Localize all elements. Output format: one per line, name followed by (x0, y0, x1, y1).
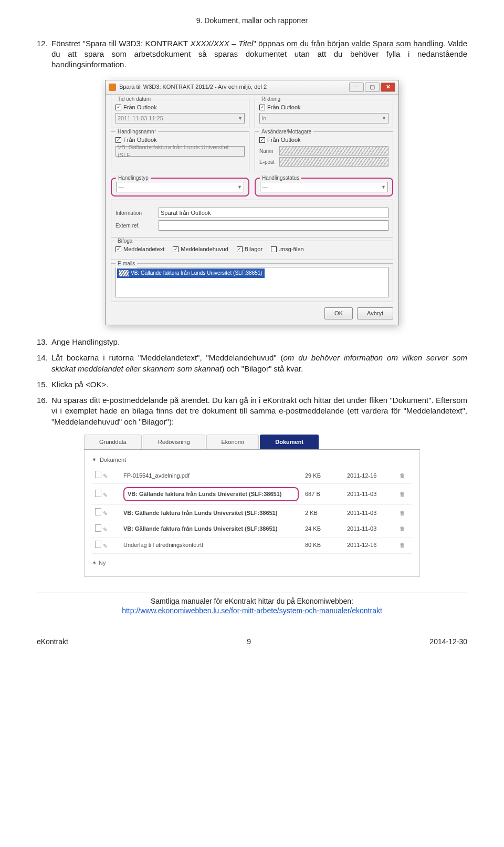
tab-dokument[interactable]: Dokument (260, 435, 319, 449)
footer-link[interactable]: http://www.ekonomiwebben.lu.se/for-mitt-… (122, 606, 382, 615)
app-icon (109, 84, 116, 91)
delete-icon[interactable]: 🗑 (400, 525, 405, 532)
tabs-screenshot: Grunddata Redovisning Ekonomi Dokument ▼… (84, 435, 420, 577)
avbryt-button[interactable]: Avbryt (357, 307, 393, 319)
group-emails: E-mails VB: Gällande faktura från Lunds … (111, 263, 393, 302)
highlighted-row: VB: Gällande faktura från Lunds Universi… (123, 487, 299, 501)
document-table: ✎FP-015541_avdelning.pdf29 KB2011-12-16🗑… (92, 468, 412, 553)
edit-icon: ✎ (103, 472, 108, 480)
input-extern-ref[interactable] (159, 220, 388, 231)
group-handlingsstatus: Handlingsstatus ---▼ (255, 178, 393, 197)
page-footer: eKontrakt 9 2014-12-30 (37, 637, 467, 647)
maximize-button[interactable]: ▢ (365, 82, 380, 92)
list-item-13: 13. Ange Handlingstyp. (37, 337, 467, 347)
checkbox-meddelandehuvud[interactable]: ✓Meddelandehuvud (173, 245, 228, 253)
list-item-14: 14. Låt bockarna i rutorna "Meddelandete… (37, 353, 467, 374)
input-datum[interactable]: 2011-11-03 11:25▼ (116, 113, 245, 123)
tab-grunddata[interactable]: Grunddata (84, 435, 142, 449)
footer-left: eKontrakt (37, 637, 68, 647)
list-item-15: 15. Klicka på <OK>. (37, 379, 467, 390)
delete-icon[interactable]: 🗑 (400, 491, 405, 497)
select-handlingstyp[interactable]: ---▼ (116, 182, 244, 192)
item-text: Fönstret "Spara till W3D3: KONTRAKT XXXX… (51, 38, 467, 70)
list-item-16: 16. Nu sparas ditt e-postmeddelande på ä… (37, 395, 467, 427)
hatched-icon (119, 270, 129, 276)
email-listbox[interactable]: VB: Gällande faktura från Lunds Universi… (116, 267, 388, 297)
plus-icon: ✶ (92, 559, 97, 567)
edit-icon: ✎ (103, 526, 108, 534)
list-item-12: 12. Fönstret "Spara till W3D3: KONTRAKT … (37, 38, 467, 70)
input-handlingsnamn[interactable]: VB: Gällande faktura från Lunds Universi… (116, 146, 245, 157)
table-row[interactable]: ✎VB: Gällande faktura från Lunds Univers… (92, 505, 412, 521)
minimize-button[interactable]: ─ (349, 82, 364, 92)
checkbox-fran-outlook[interactable]: ✓Från Outlook (259, 136, 388, 144)
checkbox-fran-outlook[interactable]: ✓Från Outlook (259, 104, 388, 111)
checkbox-fran-outlook[interactable]: ✓Från Outlook (116, 136, 245, 144)
tab-ekonomi[interactable]: Ekonomi (206, 435, 259, 449)
checkbox-msg-filen[interactable]: .msg-filen (271, 245, 304, 253)
select-riktning[interactable]: In▼ (259, 113, 388, 123)
section-header: 9. Dokument, mallar och rapporter (37, 16, 467, 26)
delete-icon[interactable]: 🗑 (400, 510, 405, 516)
group-riktning: Riktning ✓Från Outlook In▼ (255, 99, 393, 129)
file-icon (95, 524, 101, 532)
input-namn[interactable] (279, 146, 388, 156)
file-icon (95, 490, 101, 497)
input-epost[interactable] (279, 157, 388, 167)
delete-icon[interactable]: 🗑 (400, 542, 405, 548)
group-handlingsnamn: Handlingsnamn* ✓Från Outlook VB: Gälland… (111, 131, 249, 171)
close-button[interactable]: ✕ (381, 82, 395, 92)
new-document-link[interactable]: ✶ Ny (92, 559, 412, 567)
file-icon (95, 471, 101, 478)
item-number: 12. (37, 38, 51, 70)
table-row[interactable]: ✎VB: Gällande faktura från Lunds Univers… (92, 521, 412, 537)
file-icon (95, 541, 101, 548)
footer-links: Samtliga manualer för eKontrakt hittar d… (37, 593, 467, 616)
edit-icon: ✎ (103, 491, 108, 499)
group-info: Information Sparat från Outlook Extern r… (111, 200, 393, 237)
footer-date: 2014-12-30 (429, 637, 467, 647)
tab-redovisning[interactable]: Redovisning (143, 435, 205, 449)
input-information[interactable]: Sparat från Outlook (159, 208, 388, 218)
ok-button[interactable]: OK (324, 307, 353, 319)
section-heading-dokument[interactable]: ▼ Dokument (92, 456, 412, 464)
checkbox-fran-outlook[interactable]: ✓Från Outlook (116, 104, 245, 111)
edit-icon: ✎ (103, 542, 108, 550)
table-row[interactable]: ✎Underlag till utredningskonto.rtf80 KB2… (92, 537, 412, 553)
group-tid-och-datum: Tid och datum ✓Från Outlook 2011-11-03 1… (111, 99, 249, 129)
group-handlingstyp: Handlingstyp ---▼ (111, 178, 249, 197)
dialog-title: Spara till W3D3: KONTRAKT 2011/2 - Arv o… (119, 83, 267, 91)
checkbox-meddelandetext[interactable]: ✓Meddelandetext (116, 245, 164, 253)
table-row[interactable]: ✎FP-015541_avdelning.pdf29 KB2011-12-16🗑 (92, 468, 412, 483)
email-selected-item[interactable]: VB: Gällande faktura från Lunds Universi… (117, 268, 265, 278)
table-row[interactable]: ✎VB: Gällande faktura från Lunds Univers… (92, 484, 412, 505)
delete-icon[interactable]: 🗑 (400, 472, 405, 479)
dialog-titlebar: Spara till W3D3: KONTRAKT 2011/2 - Arv o… (106, 80, 398, 95)
checkbox-bilagor[interactable]: ✓Bilagor (237, 245, 262, 253)
group-bifoga: Bifoga ✓Meddelandetext ✓Meddelandehuvud … (111, 241, 393, 260)
highlighted-group-row: Handlingstyp ---▼ Handlingsstatus ---▼ (111, 178, 393, 197)
footer-page-number: 9 (247, 637, 251, 647)
file-icon (95, 508, 101, 515)
dialog-screenshot: Spara till W3D3: KONTRAKT 2011/2 - Arv o… (105, 80, 399, 325)
group-avsandare: Avsändare/Mottagare ✓Från Outlook Namn E… (255, 131, 393, 171)
edit-icon: ✎ (103, 510, 108, 518)
chevron-down-icon: ▼ (92, 457, 97, 463)
select-handlingsstatus[interactable]: ---▼ (260, 182, 388, 192)
